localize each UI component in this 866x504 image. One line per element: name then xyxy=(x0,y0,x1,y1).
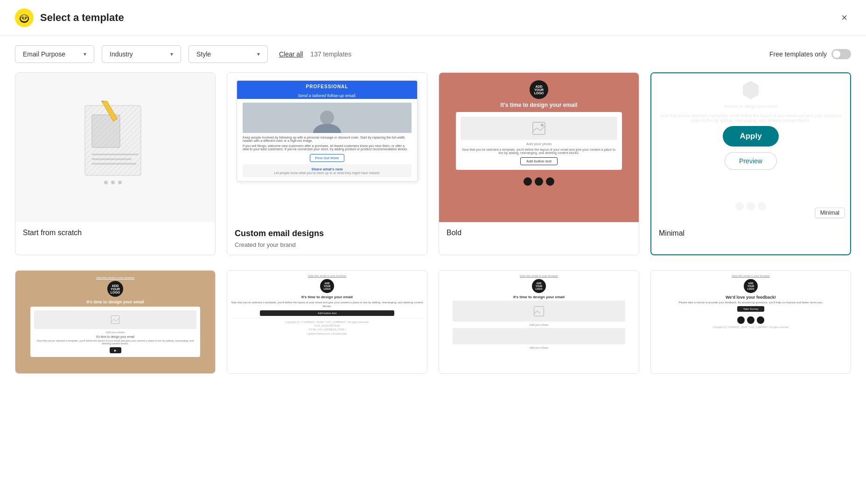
svg-line-32 xyxy=(111,319,113,322)
template-card-tan[interactable]: View this email in your browser ADDYOURL… xyxy=(15,270,216,374)
apply-button[interactable]: Apply xyxy=(723,126,778,147)
minimal-preview-area: It's time to design your emailNow that y… xyxy=(651,73,850,223)
custom-professional-bar: PROFESSIONAL xyxy=(237,81,417,92)
style-label: Style xyxy=(196,50,211,58)
custom-card-label: Custom email designs xyxy=(235,229,419,238)
svg-point-24 xyxy=(320,111,334,125)
svg-rect-31 xyxy=(111,315,119,323)
svg-point-6 xyxy=(25,17,26,18)
instagram-icon xyxy=(747,316,754,324)
template-card-email-minimal2[interactable]: View this email in your browser ADDYOURL… xyxy=(439,270,639,374)
svg-rect-35 xyxy=(534,306,544,316)
industry-label: Industry xyxy=(110,50,133,58)
svg-line-36 xyxy=(534,311,537,314)
svg-point-5 xyxy=(22,17,23,18)
scratch-card-label: Start from scratch xyxy=(15,222,215,244)
bold-preview-area: ADDYOURLOGO It's time to design your ema… xyxy=(439,73,639,222)
svg-line-28 xyxy=(537,128,540,131)
clear-all-button[interactable]: Clear all xyxy=(279,50,303,58)
filters-bar: Email Purpose ▾ Industry ▾ Style ▾ Clear… xyxy=(0,36,866,72)
close-button[interactable]: × xyxy=(838,10,851,26)
svg-point-20 xyxy=(104,181,108,184)
facebook-icon xyxy=(524,177,532,186)
chevron-down-icon: ▾ xyxy=(257,51,260,57)
chevron-down-icon: ▾ xyxy=(170,51,173,57)
industry-dropdown[interactable]: Industry ▾ xyxy=(102,45,181,63)
template-card-email-standard[interactable]: View this email in your browser ADDYOURL… xyxy=(227,270,427,374)
svg-line-27 xyxy=(533,128,537,132)
free-only-label: Free templates only xyxy=(769,50,827,58)
custom-preview-area: PROFESSIONAL Send a tailored follow-up e… xyxy=(227,73,427,222)
scratch-illustration xyxy=(76,101,155,194)
svg-line-33 xyxy=(114,319,116,321)
minimal-card-label: Minimal xyxy=(651,223,850,244)
svg-line-37 xyxy=(537,311,540,313)
svg-point-30 xyxy=(541,124,544,126)
template-card-custom[interactable]: PROFESSIONAL Send a tailored follow-up e… xyxy=(227,72,427,255)
scratch-preview-area xyxy=(15,73,215,222)
minimal-tag: Minimal xyxy=(815,208,845,218)
svg-line-29 xyxy=(540,126,545,131)
style-dropdown[interactable]: Style ▾ xyxy=(189,45,268,63)
svg-point-7 xyxy=(21,16,22,18)
template-count: 137 templates xyxy=(310,50,351,58)
survey-social-icons xyxy=(737,316,764,324)
preview-button[interactable]: Preview xyxy=(725,152,777,170)
header-left: Select a template xyxy=(15,8,124,27)
free-only-toggle-container: Free templates only xyxy=(769,49,851,59)
page-title: Select a template xyxy=(40,12,124,24)
svg-point-21 xyxy=(111,181,115,184)
bold-logo: ADDYOURLOGO xyxy=(530,80,548,99)
template-card-bold[interactable]: ADDYOURLOGO It's time to design your ema… xyxy=(439,72,639,255)
twitter-icon xyxy=(546,177,554,186)
instagram-icon xyxy=(535,177,543,186)
facebook-icon xyxy=(737,316,745,324)
templates-grid-row2: View this email in your browser ADDYOURL… xyxy=(0,270,866,389)
svg-point-8 xyxy=(27,16,28,18)
header: Select a template × xyxy=(0,0,866,36)
bold-card-label: Bold xyxy=(439,222,639,244)
template-card-survey[interactable]: View this email in your browser ADDYOURL… xyxy=(650,270,851,374)
custom-card-sublabel: Created for your brand xyxy=(227,240,427,255)
survey-preview-area: View this email in your browser ADDYOURL… xyxy=(651,271,851,373)
tan-preview-area: View this email in your browser ADDYOURL… xyxy=(15,271,215,373)
custom-img-placeholder xyxy=(243,103,412,133)
svg-line-34 xyxy=(116,318,119,322)
templates-grid: Start from scratch PROFESSIONAL Send a t… xyxy=(0,72,866,270)
email-purpose-label: Email Purpose xyxy=(23,50,65,58)
email-standard-preview-area: View this email in your browser ADDYOURL… xyxy=(227,271,427,373)
free-only-toggle[interactable] xyxy=(831,49,851,59)
chevron-down-icon: ▾ xyxy=(84,51,86,57)
svg-point-22 xyxy=(118,181,122,184)
template-card-minimal[interactable]: It's time to design your emailNow that y… xyxy=(650,72,851,255)
svg-rect-18 xyxy=(85,105,141,175)
email-minimal2-preview-area: View this email in your browser ADDYOURL… xyxy=(439,271,639,373)
mailchimp-logo xyxy=(15,8,34,27)
twitter-icon xyxy=(757,316,764,324)
bold-social-icons xyxy=(524,177,554,186)
email-purpose-dropdown[interactable]: Email Purpose ▾ xyxy=(15,45,94,63)
template-card-scratch[interactable]: Start from scratch xyxy=(15,72,216,255)
selected-overlay: Apply Preview xyxy=(651,73,850,223)
